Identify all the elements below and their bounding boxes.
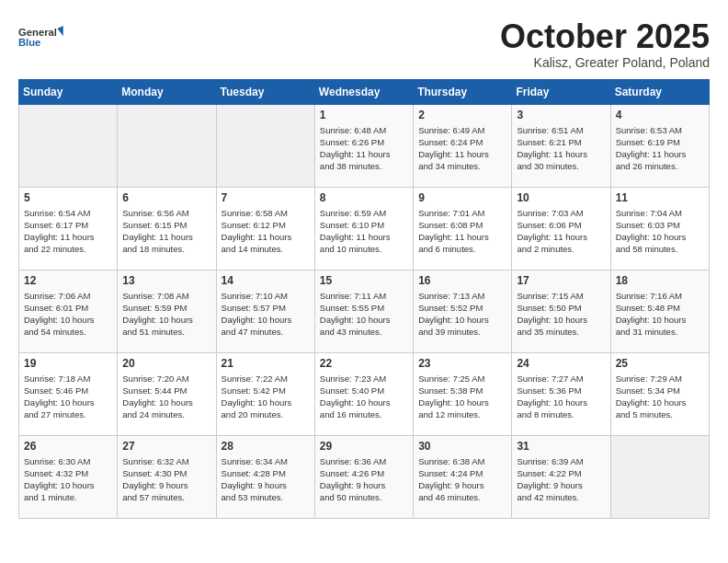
day-info: Sunrise: 6:51 AM Sunset: 6:21 PM Dayligh… (517, 124, 605, 173)
day-number: 17 (517, 274, 605, 287)
day-number: 8 (320, 191, 408, 204)
day-info: Sunrise: 7:18 AM Sunset: 5:46 PM Dayligh… (24, 373, 112, 421)
day-info: Sunrise: 7:03 AM Sunset: 6:06 PM Dayligh… (517, 207, 605, 256)
calendar-cell: 25Sunrise: 7:29 AM Sunset: 5:34 PM Dayli… (610, 352, 709, 435)
day-info: Sunrise: 6:39 AM Sunset: 4:22 PM Dayligh… (517, 455, 605, 504)
day-number: 22 (320, 357, 408, 370)
day-number: 11 (616, 191, 704, 204)
calendar-table: SundayMondayTuesdayWednesdayThursdayFrid… (18, 79, 710, 519)
svg-text:Blue: Blue (18, 37, 40, 48)
logo: General Blue (18, 18, 64, 57)
day-info: Sunrise: 7:27 AM Sunset: 5:36 PM Dayligh… (517, 373, 605, 421)
calendar-cell: 5Sunrise: 6:54 AM Sunset: 6:17 PM Daylig… (19, 187, 118, 270)
calendar-cell: 29Sunrise: 6:36 AM Sunset: 4:26 PM Dayli… (314, 435, 413, 518)
day-info: Sunrise: 7:10 AM Sunset: 5:57 PM Dayligh… (222, 290, 310, 339)
day-info: Sunrise: 6:36 AM Sunset: 4:26 PM Dayligh… (320, 455, 408, 504)
calendar-cell: 27Sunrise: 6:32 AM Sunset: 4:30 PM Dayli… (118, 435, 216, 518)
day-info: Sunrise: 7:04 AM Sunset: 6:03 PM Dayligh… (616, 207, 704, 256)
calendar-cell: 28Sunrise: 6:34 AM Sunset: 4:28 PM Dayli… (216, 435, 314, 518)
day-info: Sunrise: 6:49 AM Sunset: 6:24 PM Dayligh… (418, 124, 506, 173)
calendar-cell: 26Sunrise: 6:30 AM Sunset: 4:32 PM Dayli… (19, 435, 118, 518)
day-number: 6 (122, 191, 210, 204)
day-number: 14 (222, 274, 310, 287)
calendar-cell: 21Sunrise: 7:22 AM Sunset: 5:42 PM Dayli… (216, 352, 314, 435)
day-number: 12 (24, 274, 112, 287)
day-number: 15 (320, 274, 408, 287)
day-info: Sunrise: 6:38 AM Sunset: 4:24 PM Dayligh… (418, 455, 506, 504)
calendar-cell (216, 104, 314, 187)
logo-svg: General Blue (18, 18, 64, 57)
calendar-cell: 23Sunrise: 7:25 AM Sunset: 5:38 PM Dayli… (414, 352, 512, 435)
calendar-cell (118, 104, 216, 187)
day-info: Sunrise: 6:56 AM Sunset: 6:15 PM Dayligh… (122, 207, 210, 256)
day-number: 19 (24, 357, 112, 370)
calendar-cell: 31Sunrise: 6:39 AM Sunset: 4:22 PM Dayli… (512, 435, 610, 518)
day-number: 7 (222, 191, 310, 204)
calendar-cell: 24Sunrise: 7:27 AM Sunset: 5:36 PM Dayli… (512, 352, 610, 435)
calendar-cell: 7Sunrise: 6:58 AM Sunset: 6:12 PM Daylig… (216, 187, 314, 270)
day-info: Sunrise: 7:23 AM Sunset: 5:40 PM Dayligh… (320, 373, 408, 421)
calendar-cell: 9Sunrise: 7:01 AM Sunset: 6:08 PM Daylig… (414, 187, 512, 270)
day-number: 27 (122, 440, 210, 453)
day-number: 16 (418, 274, 506, 287)
day-number: 25 (616, 357, 704, 370)
calendar-cell: 17Sunrise: 7:15 AM Sunset: 5:50 PM Dayli… (512, 270, 610, 352)
day-info: Sunrise: 6:58 AM Sunset: 6:12 PM Dayligh… (222, 207, 310, 256)
calendar-cell: 8Sunrise: 6:59 AM Sunset: 6:10 PM Daylig… (314, 187, 413, 270)
day-number: 29 (320, 440, 408, 453)
title-block: October 2025 Kalisz, Greater Poland, Pol… (500, 18, 710, 70)
week-row-1: 1Sunrise: 6:48 AM Sunset: 6:26 PM Daylig… (19, 104, 710, 187)
day-info: Sunrise: 7:29 AM Sunset: 5:34 PM Dayligh… (616, 373, 704, 421)
svg-text:General: General (18, 27, 57, 38)
week-row-2: 5Sunrise: 6:54 AM Sunset: 6:17 PM Daylig… (19, 187, 710, 270)
day-info: Sunrise: 7:22 AM Sunset: 5:42 PM Dayligh… (222, 373, 310, 421)
calendar-cell: 10Sunrise: 7:03 AM Sunset: 6:06 PM Dayli… (512, 187, 610, 270)
day-number: 30 (418, 440, 506, 453)
day-info: Sunrise: 6:32 AM Sunset: 4:30 PM Dayligh… (122, 455, 210, 504)
calendar-cell: 4Sunrise: 6:53 AM Sunset: 6:19 PM Daylig… (610, 104, 709, 187)
calendar-cell: 16Sunrise: 7:13 AM Sunset: 5:52 PM Dayli… (414, 270, 512, 352)
day-number: 13 (122, 274, 210, 287)
day-info: Sunrise: 7:08 AM Sunset: 5:59 PM Dayligh… (122, 290, 210, 339)
calendar-cell: 12Sunrise: 7:06 AM Sunset: 6:01 PM Dayli… (19, 270, 118, 352)
calendar-header-row: SundayMondayTuesdayWednesdayThursdayFrid… (19, 79, 710, 104)
col-header-saturday: Saturday (610, 79, 709, 104)
calendar-cell: 14Sunrise: 7:10 AM Sunset: 5:57 PM Dayli… (216, 270, 314, 352)
col-header-monday: Monday (118, 79, 216, 104)
calendar-cell: 18Sunrise: 7:16 AM Sunset: 5:48 PM Dayli… (610, 270, 709, 352)
day-number: 31 (517, 440, 605, 453)
col-header-wednesday: Wednesday (314, 79, 413, 104)
day-info: Sunrise: 7:20 AM Sunset: 5:44 PM Dayligh… (122, 373, 210, 421)
day-number: 10 (517, 191, 605, 204)
day-number: 4 (616, 109, 704, 121)
day-number: 26 (24, 440, 112, 453)
week-row-5: 26Sunrise: 6:30 AM Sunset: 4:32 PM Dayli… (19, 435, 710, 518)
calendar-cell: 3Sunrise: 6:51 AM Sunset: 6:21 PM Daylig… (512, 104, 610, 187)
day-number: 3 (517, 109, 605, 121)
day-info: Sunrise: 7:25 AM Sunset: 5:38 PM Dayligh… (418, 373, 506, 421)
calendar-cell: 30Sunrise: 6:38 AM Sunset: 4:24 PM Dayli… (414, 435, 512, 518)
col-header-friday: Friday (512, 79, 610, 104)
col-header-thursday: Thursday (414, 79, 512, 104)
day-number: 20 (122, 357, 210, 370)
day-number: 9 (418, 191, 506, 204)
col-header-tuesday: Tuesday (216, 79, 314, 104)
calendar-cell: 6Sunrise: 6:56 AM Sunset: 6:15 PM Daylig… (118, 187, 216, 270)
calendar-cell: 15Sunrise: 7:11 AM Sunset: 5:55 PM Dayli… (314, 270, 413, 352)
svg-marker-2 (58, 26, 63, 36)
day-number: 1 (320, 109, 408, 121)
day-info: Sunrise: 7:13 AM Sunset: 5:52 PM Dayligh… (418, 290, 506, 339)
day-number: 24 (517, 357, 605, 370)
calendar-cell: 1Sunrise: 6:48 AM Sunset: 6:26 PM Daylig… (314, 104, 413, 187)
week-row-4: 19Sunrise: 7:18 AM Sunset: 5:46 PM Dayli… (19, 352, 710, 435)
day-info: Sunrise: 6:30 AM Sunset: 4:32 PM Dayligh… (24, 455, 112, 504)
page-header: General Blue October 2025 Kalisz, Greate… (18, 18, 710, 70)
day-info: Sunrise: 7:16 AM Sunset: 5:48 PM Dayligh… (616, 290, 704, 339)
calendar-cell: 19Sunrise: 7:18 AM Sunset: 5:46 PM Dayli… (19, 352, 118, 435)
day-number: 5 (24, 191, 112, 204)
week-row-3: 12Sunrise: 7:06 AM Sunset: 6:01 PM Dayli… (19, 270, 710, 352)
calendar-cell: 2Sunrise: 6:49 AM Sunset: 6:24 PM Daylig… (414, 104, 512, 187)
col-header-sunday: Sunday (19, 79, 118, 104)
month-title: October 2025 (500, 18, 710, 55)
calendar-cell: 11Sunrise: 7:04 AM Sunset: 6:03 PM Dayli… (610, 187, 709, 270)
